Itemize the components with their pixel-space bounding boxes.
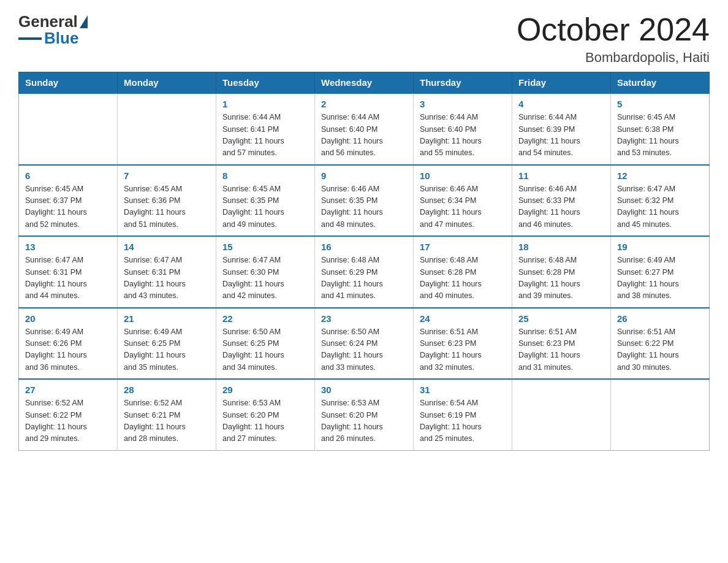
day-number: 11 bbox=[518, 170, 604, 181]
calendar-cell: 20Sunrise: 6:49 AM Sunset: 6:26 PM Dayli… bbox=[19, 308, 118, 380]
day-info: Sunrise: 6:47 AM Sunset: 6:32 PM Dayligh… bbox=[617, 183, 703, 231]
calendar-cell bbox=[611, 379, 710, 450]
day-of-week-header: Sunday bbox=[19, 72, 118, 94]
calendar-cell: 31Sunrise: 6:54 AM Sunset: 6:19 PM Dayli… bbox=[414, 379, 512, 450]
location-heading: Bombardopolis, Haiti bbox=[517, 50, 710, 66]
day-of-week-header: Thursday bbox=[414, 72, 512, 94]
calendar-header-row: SundayMondayTuesdayWednesdayThursdayFrid… bbox=[19, 72, 710, 94]
day-of-week-header: Monday bbox=[118, 72, 216, 94]
day-number: 8 bbox=[222, 170, 308, 181]
day-number: 4 bbox=[518, 99, 604, 109]
calendar-cell: 4Sunrise: 6:44 AM Sunset: 6:39 PM Daylig… bbox=[512, 93, 611, 165]
calendar-week-row: 27Sunrise: 6:52 AM Sunset: 6:22 PM Dayli… bbox=[19, 379, 710, 450]
calendar-cell: 11Sunrise: 6:46 AM Sunset: 6:33 PM Dayli… bbox=[512, 165, 611, 237]
calendar-cell: 26Sunrise: 6:51 AM Sunset: 6:22 PM Dayli… bbox=[611, 308, 710, 380]
day-number: 12 bbox=[617, 170, 703, 181]
day-info: Sunrise: 6:44 AM Sunset: 6:41 PM Dayligh… bbox=[222, 112, 308, 159]
calendar-table: SundayMondayTuesdayWednesdayThursdayFrid… bbox=[18, 72, 710, 451]
calendar-cell: 19Sunrise: 6:49 AM Sunset: 6:27 PM Dayli… bbox=[611, 236, 710, 308]
calendar-cell: 30Sunrise: 6:53 AM Sunset: 6:20 PM Dayli… bbox=[315, 379, 414, 450]
day-info: Sunrise: 6:53 AM Sunset: 6:20 PM Dayligh… bbox=[321, 397, 407, 445]
day-number: 7 bbox=[124, 170, 210, 181]
day-info: Sunrise: 6:51 AM Sunset: 6:23 PM Dayligh… bbox=[518, 326, 604, 374]
day-number: 25 bbox=[518, 313, 604, 324]
day-number: 20 bbox=[25, 313, 111, 324]
day-number: 5 bbox=[617, 99, 703, 109]
calendar-cell: 17Sunrise: 6:48 AM Sunset: 6:28 PM Dayli… bbox=[414, 236, 512, 308]
calendar-cell: 21Sunrise: 6:49 AM Sunset: 6:25 PM Dayli… bbox=[118, 308, 216, 380]
calendar-cell: 3Sunrise: 6:44 AM Sunset: 6:40 PM Daylig… bbox=[414, 93, 512, 165]
day-info: Sunrise: 6:45 AM Sunset: 6:35 PM Dayligh… bbox=[222, 183, 308, 231]
day-number: 21 bbox=[124, 313, 210, 324]
day-info: Sunrise: 6:51 AM Sunset: 6:23 PM Dayligh… bbox=[420, 326, 506, 374]
day-number: 19 bbox=[617, 242, 703, 252]
day-info: Sunrise: 6:47 AM Sunset: 6:31 PM Dayligh… bbox=[124, 255, 210, 302]
day-number: 9 bbox=[321, 170, 407, 181]
day-info: Sunrise: 6:45 AM Sunset: 6:37 PM Dayligh… bbox=[25, 183, 111, 231]
day-info: Sunrise: 6:46 AM Sunset: 6:34 PM Dayligh… bbox=[420, 183, 506, 231]
day-number: 22 bbox=[222, 313, 308, 324]
calendar-week-row: 1Sunrise: 6:44 AM Sunset: 6:41 PM Daylig… bbox=[19, 93, 710, 165]
calendar-cell: 5Sunrise: 6:45 AM Sunset: 6:38 PM Daylig… bbox=[611, 93, 710, 165]
day-number: 10 bbox=[420, 170, 506, 181]
day-info: Sunrise: 6:49 AM Sunset: 6:26 PM Dayligh… bbox=[25, 326, 111, 374]
day-number: 29 bbox=[222, 385, 308, 395]
logo-blue-text: Blue bbox=[44, 29, 78, 48]
day-number: 24 bbox=[420, 313, 506, 324]
day-info: Sunrise: 6:50 AM Sunset: 6:25 PM Dayligh… bbox=[222, 326, 308, 374]
day-info: Sunrise: 6:51 AM Sunset: 6:22 PM Dayligh… bbox=[617, 326, 703, 374]
calendar-cell: 15Sunrise: 6:47 AM Sunset: 6:30 PM Dayli… bbox=[216, 236, 315, 308]
day-info: Sunrise: 6:46 AM Sunset: 6:33 PM Dayligh… bbox=[518, 183, 604, 231]
calendar-cell bbox=[512, 379, 611, 450]
calendar-cell: 2Sunrise: 6:44 AM Sunset: 6:40 PM Daylig… bbox=[315, 93, 414, 165]
day-info: Sunrise: 6:45 AM Sunset: 6:38 PM Dayligh… bbox=[617, 112, 703, 159]
day-info: Sunrise: 6:48 AM Sunset: 6:28 PM Dayligh… bbox=[518, 255, 604, 302]
day-info: Sunrise: 6:54 AM Sunset: 6:19 PM Dayligh… bbox=[420, 397, 506, 445]
calendar-cell: 6Sunrise: 6:45 AM Sunset: 6:37 PM Daylig… bbox=[19, 165, 118, 237]
day-of-week-header: Tuesday bbox=[216, 72, 315, 94]
day-info: Sunrise: 6:47 AM Sunset: 6:31 PM Dayligh… bbox=[25, 255, 111, 302]
day-number: 17 bbox=[420, 242, 506, 252]
day-info: Sunrise: 6:49 AM Sunset: 6:25 PM Dayligh… bbox=[124, 326, 210, 374]
calendar-cell: 9Sunrise: 6:46 AM Sunset: 6:35 PM Daylig… bbox=[315, 165, 414, 237]
calendar-cell: 25Sunrise: 6:51 AM Sunset: 6:23 PM Dayli… bbox=[512, 308, 611, 380]
calendar-cell bbox=[118, 93, 216, 165]
calendar-cell: 7Sunrise: 6:45 AM Sunset: 6:36 PM Daylig… bbox=[118, 165, 216, 237]
logo: General Blue bbox=[18, 12, 88, 48]
calendar-cell: 22Sunrise: 6:50 AM Sunset: 6:25 PM Dayli… bbox=[216, 308, 315, 380]
calendar-cell: 12Sunrise: 6:47 AM Sunset: 6:32 PM Dayli… bbox=[611, 165, 710, 237]
day-number: 6 bbox=[25, 170, 111, 181]
calendar-week-row: 6Sunrise: 6:45 AM Sunset: 6:37 PM Daylig… bbox=[19, 165, 710, 237]
calendar-cell: 14Sunrise: 6:47 AM Sunset: 6:31 PM Dayli… bbox=[118, 236, 216, 308]
calendar-cell: 29Sunrise: 6:53 AM Sunset: 6:20 PM Dayli… bbox=[216, 379, 315, 450]
day-number: 3 bbox=[420, 99, 506, 109]
day-number: 31 bbox=[420, 385, 506, 395]
calendar-cell bbox=[19, 93, 118, 165]
day-number: 16 bbox=[321, 242, 407, 252]
day-number: 23 bbox=[321, 313, 407, 324]
day-info: Sunrise: 6:46 AM Sunset: 6:35 PM Dayligh… bbox=[321, 183, 407, 231]
day-of-week-header: Friday bbox=[512, 72, 611, 94]
day-number: 30 bbox=[321, 385, 407, 395]
day-info: Sunrise: 6:48 AM Sunset: 6:29 PM Dayligh… bbox=[321, 255, 407, 302]
day-number: 26 bbox=[617, 313, 703, 324]
month-year-heading: October 2024 bbox=[517, 12, 710, 47]
calendar-title: October 2024 Bombardopolis, Haiti bbox=[517, 12, 710, 66]
day-info: Sunrise: 6:45 AM Sunset: 6:36 PM Dayligh… bbox=[124, 183, 210, 231]
calendar-week-row: 13Sunrise: 6:47 AM Sunset: 6:31 PM Dayli… bbox=[19, 236, 710, 308]
calendar-cell: 13Sunrise: 6:47 AM Sunset: 6:31 PM Dayli… bbox=[19, 236, 118, 308]
calendar-cell: 27Sunrise: 6:52 AM Sunset: 6:22 PM Dayli… bbox=[19, 379, 118, 450]
day-info: Sunrise: 6:49 AM Sunset: 6:27 PM Dayligh… bbox=[617, 255, 703, 302]
day-info: Sunrise: 6:44 AM Sunset: 6:39 PM Dayligh… bbox=[518, 112, 604, 159]
logo-triangle-icon bbox=[80, 15, 88, 28]
day-info: Sunrise: 6:52 AM Sunset: 6:21 PM Dayligh… bbox=[124, 397, 210, 445]
day-number: 2 bbox=[321, 99, 407, 109]
calendar-cell: 10Sunrise: 6:46 AM Sunset: 6:34 PM Dayli… bbox=[414, 165, 512, 237]
day-number: 1 bbox=[222, 99, 308, 109]
calendar-cell: 28Sunrise: 6:52 AM Sunset: 6:21 PM Dayli… bbox=[118, 379, 216, 450]
day-info: Sunrise: 6:48 AM Sunset: 6:28 PM Dayligh… bbox=[420, 255, 506, 302]
calendar-cell: 16Sunrise: 6:48 AM Sunset: 6:29 PM Dayli… bbox=[315, 236, 414, 308]
day-number: 14 bbox=[124, 242, 210, 252]
day-of-week-header: Saturday bbox=[611, 72, 710, 94]
day-info: Sunrise: 6:50 AM Sunset: 6:24 PM Dayligh… bbox=[321, 326, 407, 374]
